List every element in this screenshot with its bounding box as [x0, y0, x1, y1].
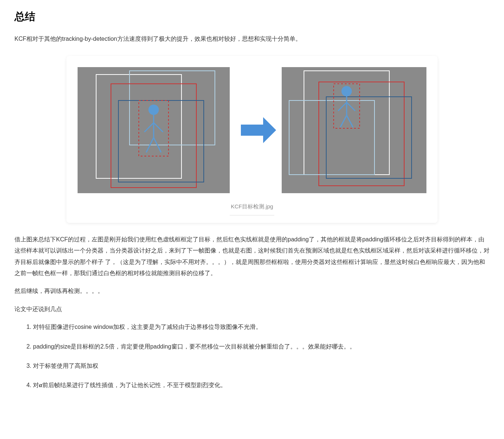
svg-point-0	[148, 105, 159, 115]
figure-container: KCF目标检测.jpg	[66, 56, 438, 223]
list-item: 对特征图像进行cosine window加权，这主要是为了减轻由于边界移位导致图…	[33, 321, 490, 333]
caption-divider	[230, 215, 274, 215]
figure-caption: KCF目标检测.jpg	[74, 201, 430, 211]
section-heading: 总结	[14, 7, 490, 26]
list-item-suffix: 前后帧结果进行了线性插值，为了让他长记性，不至于模型剧烈变化。	[42, 382, 226, 388]
explanation-paragraph-1: 借上图来总结下KCF的过程，左图是刚开始我们使用红色虚线框框定了目标，然后红色实…	[14, 234, 490, 279]
list-item: padding的size是目标框的2.5倍，肯定要使用padding窗口，要不然…	[33, 341, 490, 352]
list-item: 对于标签使用了高斯加权	[33, 360, 490, 372]
arrow-icon	[241, 117, 276, 143]
svg-rect-6	[241, 125, 263, 136]
svg-point-8	[341, 86, 352, 96]
intro-paragraph: KCF相对于其他的tracking-by-detection方法速度得到了极大的…	[14, 33, 490, 44]
explanation-paragraph-3: 论文中还说到几点	[14, 304, 490, 315]
kcf-diagram	[74, 63, 430, 197]
list-item-prefix: 对	[33, 382, 39, 388]
alpha-symbol: α	[39, 382, 42, 388]
explanation-paragraph-2: 然后继续，再训练再检测。。。。	[14, 285, 490, 297]
svg-marker-7	[263, 117, 276, 143]
points-list: 对特征图像进行cosine window加权，这主要是为了减轻由于边界移位导致图…	[14, 321, 490, 391]
list-item: 对α前后帧结果进行了线性插值，为了让他长记性，不至于模型剧烈变化。	[33, 380, 490, 391]
